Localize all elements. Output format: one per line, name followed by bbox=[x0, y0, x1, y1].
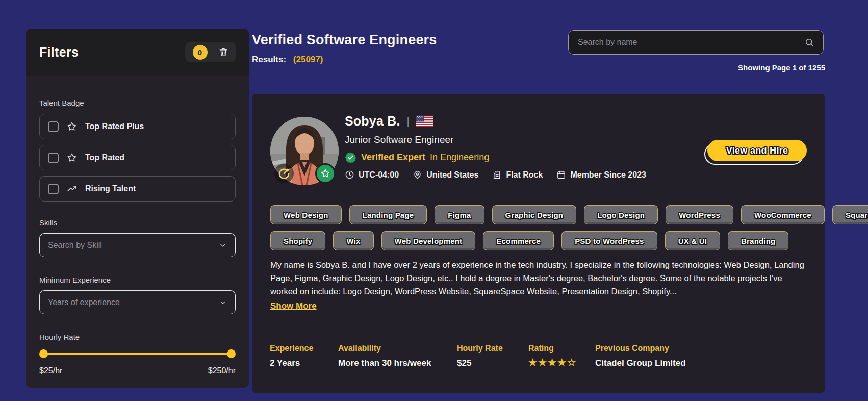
filter-option-label: Top Rated bbox=[85, 153, 124, 162]
search-box[interactable] bbox=[568, 30, 824, 55]
profile-summary: Sobya B. | bbox=[345, 112, 646, 180]
skill-tag[interactable]: Logo Design bbox=[584, 205, 658, 224]
stat-previous-company: Previous Company Citadel Group Limited bbox=[595, 344, 686, 368]
results-label: Results: bbox=[252, 55, 286, 64]
verified-domain-label: In Engineering bbox=[430, 152, 489, 163]
city-item: Flat Rock bbox=[492, 170, 543, 180]
chevron-down-icon bbox=[219, 298, 227, 307]
filters-title: Filters bbox=[39, 45, 79, 60]
divider bbox=[213, 47, 213, 57]
skill-tag[interactable]: Branding bbox=[728, 231, 788, 250]
clock-icon bbox=[345, 170, 354, 180]
location-pin-icon bbox=[413, 170, 422, 180]
stat-rating: Rating ★★★★☆ bbox=[528, 344, 577, 368]
slider-min-handle[interactable] bbox=[39, 349, 48, 358]
hourly-rate-max: $250/hr bbox=[208, 366, 236, 375]
search-input[interactable] bbox=[578, 38, 804, 47]
hourly-rate-min: $25/hr bbox=[39, 366, 62, 375]
talent-badge-label: Talent Badge bbox=[39, 98, 236, 107]
city-text: Flat Rock bbox=[506, 170, 543, 180]
skill-tag[interactable]: PSD to WordPress bbox=[561, 231, 657, 250]
goal-ring-icon bbox=[274, 164, 294, 183]
filter-option-top-rated[interactable]: Top Rated bbox=[39, 145, 236, 170]
stat-value: $25 bbox=[457, 358, 503, 368]
profile-card: Sobya B. | bbox=[252, 94, 825, 393]
stat-label: Hourly Rate bbox=[457, 344, 503, 353]
slider-max-handle[interactable] bbox=[227, 349, 236, 358]
member-since-text: Member Since 2023 bbox=[570, 170, 646, 180]
description-block: My name is Sobya B. and I have over 2 ye… bbox=[270, 258, 810, 311]
star-icon bbox=[66, 121, 78, 132]
filter-option-rising-talent[interactable]: Rising Talent bbox=[39, 176, 236, 202]
member-since-item: Member Since 2023 bbox=[556, 170, 646, 180]
freelancer-description: My name is Sobya B. and I have over 2 ye… bbox=[270, 258, 810, 298]
skills-dropdown[interactable]: Search by Skill bbox=[39, 233, 236, 257]
skill-tag[interactable]: Graphic Design bbox=[492, 205, 577, 224]
skills-dropdown-placeholder: Search by Skill bbox=[48, 241, 102, 250]
stat-value: 2 Years bbox=[270, 358, 313, 368]
star-badge-icon bbox=[315, 163, 336, 184]
skill-tag[interactable]: Shopify bbox=[270, 231, 325, 250]
stat-label: Availability bbox=[338, 344, 431, 353]
min-experience-label: Minimum Experience bbox=[39, 275, 236, 284]
skill-tag[interactable]: Squarespace bbox=[832, 205, 868, 224]
verified-row: Verified Expert In Engineering bbox=[345, 152, 646, 163]
chevron-down-icon bbox=[219, 241, 227, 249]
filters-counter-pill[interactable]: 0 bbox=[185, 42, 236, 62]
skill-tag[interactable]: Wix bbox=[333, 231, 373, 250]
results-count: (25097) bbox=[293, 55, 323, 64]
skill-tag[interactable]: Ecommerce bbox=[483, 231, 554, 250]
min-experience-placeholder: Years of experience bbox=[48, 298, 120, 307]
freelancer-name[interactable]: Sobya B. bbox=[345, 114, 400, 129]
paging-status: Showing Page 1 of 1255 bbox=[738, 63, 825, 72]
skill-tag[interactable]: WooCommerce bbox=[741, 205, 825, 224]
skills-label: Skills bbox=[39, 218, 236, 227]
building-icon bbox=[492, 170, 502, 180]
filters-header: Filters 0 bbox=[26, 29, 249, 76]
filter-option-top-rated-plus[interactable]: Top Rated Plus bbox=[39, 114, 236, 139]
checkbox[interactable] bbox=[48, 121, 59, 132]
verified-check-icon bbox=[345, 152, 356, 163]
skill-tag[interactable]: Figma bbox=[435, 205, 484, 224]
separator: | bbox=[407, 115, 410, 127]
stat-hourly-rate: Hourly Rate $25 bbox=[457, 344, 503, 368]
stat-experience: Experience 2 Years bbox=[270, 344, 313, 368]
stat-label: Experience bbox=[270, 344, 313, 353]
calendar-icon bbox=[556, 170, 566, 180]
skill-tags-row-2: ShopifyWixWeb DevelopmentEcommercePSD to… bbox=[270, 231, 788, 250]
results-line: Results: (25097) bbox=[252, 55, 323, 65]
timezone-item: UTC-04:00 bbox=[345, 170, 399, 180]
show-more-link[interactable]: Show More bbox=[270, 301, 317, 311]
rating-stars: ★★★★☆ bbox=[528, 357, 577, 368]
min-experience-dropdown[interactable]: Years of experience bbox=[39, 290, 236, 314]
stat-availability: Availability More than 30 hrs/week bbox=[338, 344, 431, 368]
stats-row: Experience 2 Years Availability More tha… bbox=[252, 344, 825, 380]
hourly-rate-label: Hourly Rate bbox=[39, 333, 236, 341]
freelancer-role: Junior Software Engineer bbox=[345, 134, 646, 145]
checkbox[interactable] bbox=[48, 153, 59, 163]
hourly-rate-slider[interactable] bbox=[39, 349, 236, 358]
stat-label: Previous Company bbox=[595, 344, 686, 353]
stat-value: Citadel Group Limited bbox=[595, 358, 686, 368]
skill-tag[interactable]: Web Design bbox=[270, 205, 342, 224]
skill-tag[interactable]: Landing Page bbox=[349, 205, 427, 224]
country-text: United States bbox=[426, 170, 478, 180]
view-and-hire-button[interactable]: View and Hire bbox=[707, 140, 807, 161]
page-title: Verified Software Engineers bbox=[252, 32, 437, 48]
slider-track bbox=[40, 353, 235, 355]
verified-expert-label: Verified Expert bbox=[361, 152, 425, 163]
search-icon[interactable] bbox=[804, 37, 815, 48]
filter-option-label: Rising Talent bbox=[85, 184, 136, 193]
skill-tags-row-1: Web DesignLanding PageFigmaGraphic Desig… bbox=[270, 205, 868, 224]
meta-row: UTC-04:00 United States Flat Rock bbox=[345, 170, 646, 180]
trending-up-icon bbox=[66, 183, 78, 194]
skill-tag[interactable]: Web Development bbox=[381, 231, 476, 250]
skill-tag[interactable]: WordPress bbox=[666, 205, 733, 224]
checkbox[interactable] bbox=[48, 184, 59, 194]
skill-tag[interactable]: UX & UI bbox=[665, 231, 720, 250]
us-flag-icon bbox=[416, 115, 433, 127]
trash-icon[interactable] bbox=[218, 47, 228, 57]
star-icon bbox=[66, 152, 78, 163]
stat-value: More than 30 hrs/week bbox=[338, 358, 431, 368]
hire-button-wrap: View and Hire bbox=[707, 140, 807, 161]
